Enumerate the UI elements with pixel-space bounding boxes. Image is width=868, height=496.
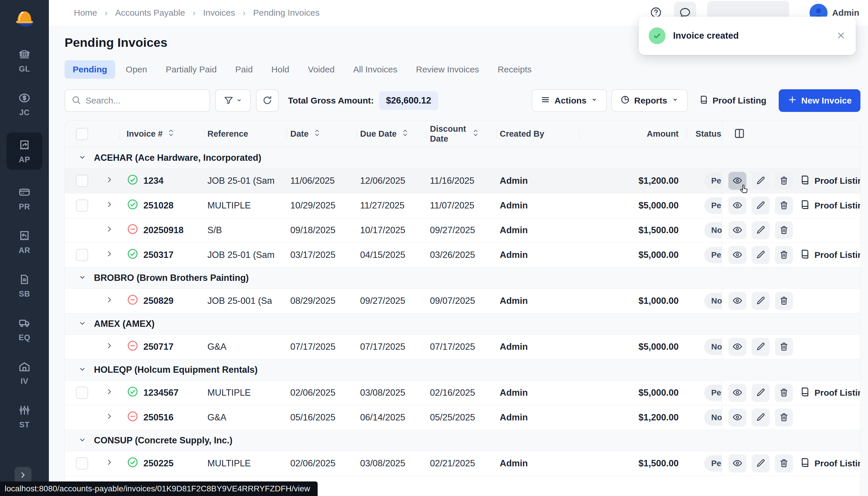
- app-logo-hard-hat-icon[interactable]: [12, 5, 37, 30]
- row-expand-button[interactable]: [105, 388, 113, 398]
- column-header-label[interactable]: Discount Date: [430, 124, 467, 144]
- select-all-checkbox[interactable]: [76, 128, 88, 140]
- delete-button[interactable]: [775, 408, 793, 427]
- edit-button[interactable]: [752, 338, 770, 356]
- view-button[interactable]: [728, 246, 746, 264]
- tab-open[interactable]: Open: [118, 60, 155, 79]
- user-name[interactable]: Admin: [832, 8, 859, 18]
- row-checkbox[interactable]: [76, 387, 88, 399]
- delete-button[interactable]: [775, 338, 793, 356]
- column-header-label[interactable]: Amount: [646, 129, 679, 139]
- column-header-label[interactable]: Status: [696, 129, 721, 139]
- column-header-label[interactable]: Due Date: [360, 129, 397, 139]
- breadcrumb-item[interactable]: Accounts Payable: [115, 8, 185, 18]
- row-expand-button[interactable]: [105, 296, 113, 306]
- tab-review-invoices[interactable]: Review Invoices: [408, 60, 487, 79]
- sidebar-item-pr[interactable]: PR: [6, 183, 43, 213]
- edit-button[interactable]: [752, 221, 770, 239]
- toast-close-button[interactable]: [836, 31, 846, 41]
- group-header-acehar[interactable]: ACEHAR (Ace Hardware, Incorporated): [65, 147, 860, 168]
- edit-button[interactable]: [752, 246, 770, 264]
- invoice-row-1234[interactable]: 1234JOB 25-01 (Sam11/06/202512/06/202511…: [65, 168, 860, 193]
- search-input[interactable]: [86, 96, 203, 106]
- sidebar-item-iv[interactable]: IV: [6, 358, 43, 388]
- view-button[interactable]: [728, 384, 746, 402]
- group-header-holeqp[interactable]: HOLEQP (Holcum Equipment Rentals): [65, 359, 860, 380]
- delete-button[interactable]: [775, 246, 793, 264]
- row-expand-button[interactable]: [105, 175, 113, 186]
- edit-button[interactable]: [752, 454, 770, 472]
- tab-receipts[interactable]: Receipts: [490, 60, 540, 79]
- breadcrumb-item[interactable]: Pending Invoices: [253, 8, 320, 18]
- view-button[interactable]: [728, 292, 746, 310]
- row-checkbox[interactable]: [76, 199, 88, 212]
- new-invoice-button[interactable]: New Invoice: [779, 89, 861, 112]
- tab-pending[interactable]: Pending: [64, 60, 115, 79]
- delete-button[interactable]: [775, 221, 793, 239]
- invoice-row-250225[interactable]: 250225MULTIPLE02/06/202503/08/202502/21/…: [65, 451, 860, 476]
- sort-icon[interactable]: [401, 128, 409, 140]
- row-expand-button[interactable]: [105, 225, 113, 235]
- actions-button[interactable]: Actions: [532, 89, 607, 112]
- tab-all-invoices[interactable]: All Invoices: [345, 60, 406, 79]
- invoice-row-1234567[interactable]: 1234567MULTIPLE02/06/202503/08/202502/16…: [65, 380, 860, 405]
- breadcrumb-item[interactable]: Invoices: [203, 8, 235, 18]
- edit-button[interactable]: [752, 172, 770, 190]
- view-button[interactable]: [728, 197, 746, 215]
- invoice-row-250516[interactable]: 250516G&A05/16/202506/14/202505/25/2025A…: [65, 405, 860, 430]
- invoice-row-20250918[interactable]: 20250918S/B09/18/202510/17/202509/27/202…: [65, 218, 860, 243]
- invoice-row-250829[interactable]: 250829JOB 25-001 (Sa08/29/202509/27/2025…: [65, 289, 860, 313]
- invoice-row-251028[interactable]: 251028MULTIPLE10/29/202511/27/202511/07/…: [65, 193, 860, 218]
- group-header-brobro[interactable]: BROBRO (Brown Brothers Painting): [65, 267, 860, 289]
- tab-hold[interactable]: Hold: [263, 60, 298, 79]
- view-button[interactable]: [728, 338, 746, 356]
- proof-listing-row-button[interactable]: Proof Listing: [800, 457, 861, 470]
- sidebar-item-jc[interactable]: JC: [6, 89, 43, 119]
- row-expand-button[interactable]: [105, 412, 113, 423]
- proof-listing-row-button[interactable]: Proof Listing: [800, 174, 861, 187]
- edit-button[interactable]: [752, 408, 770, 427]
- column-header-label[interactable]: Invoice #: [126, 129, 163, 139]
- group-header-consup[interactable]: CONSUP (Concrete Supply, Inc.): [65, 430, 860, 451]
- row-checkbox[interactable]: [76, 249, 88, 261]
- delete-button[interactable]: [775, 384, 793, 402]
- proof-listing-row-button[interactable]: Proof Listing: [800, 199, 861, 212]
- column-header-label[interactable]: Reference: [208, 129, 248, 139]
- row-checkbox[interactable]: [76, 457, 88, 469]
- column-settings-button[interactable]: [733, 127, 746, 141]
- proof-listing-row-button[interactable]: Proof Listing: [800, 249, 861, 262]
- edit-button[interactable]: [752, 384, 770, 402]
- invoice-row-250717[interactable]: 250717G&A07/17/202507/17/202507/17/2025A…: [65, 334, 860, 359]
- row-checkbox[interactable]: [76, 175, 88, 187]
- row-expand-button[interactable]: [105, 200, 113, 211]
- view-button[interactable]: [728, 408, 746, 427]
- proof-listing-toolbar-button[interactable]: Proof Listing: [690, 89, 775, 112]
- row-expand-button[interactable]: [105, 458, 113, 469]
- view-button[interactable]: [728, 221, 746, 239]
- proof-listing-row-button[interactable]: Proof Listing: [800, 386, 861, 400]
- sidebar-item-eq[interactable]: EQ: [6, 314, 43, 344]
- group-header-amex[interactable]: AMEX (AMEX): [65, 313, 860, 334]
- filter-button[interactable]: [215, 89, 251, 112]
- sidebar-item-ar[interactable]: AR: [6, 227, 43, 257]
- sort-icon[interactable]: [313, 128, 321, 140]
- column-header-label[interactable]: Date: [290, 129, 309, 139]
- delete-button[interactable]: [775, 172, 793, 190]
- sidebar-item-st[interactable]: ST: [6, 401, 43, 432]
- tab-paid[interactable]: Paid: [227, 60, 261, 79]
- invoice-row-250317[interactable]: 250317JOB 25-01 (Sam03/17/202504/15/2025…: [65, 243, 860, 267]
- sort-icon[interactable]: [167, 128, 175, 140]
- row-expand-button[interactable]: [105, 250, 113, 260]
- row-expand-button[interactable]: [105, 342, 113, 352]
- delete-button[interactable]: [775, 292, 793, 310]
- sidebar-item-gl[interactable]: GL: [6, 45, 43, 76]
- sidebar-item-sb[interactable]: SB: [6, 270, 43, 300]
- edit-button[interactable]: [752, 197, 770, 215]
- sort-icon[interactable]: [472, 128, 479, 140]
- view-button[interactable]: [728, 454, 746, 472]
- delete-button[interactable]: [775, 454, 793, 472]
- view-button[interactable]: [728, 172, 746, 190]
- reports-button[interactable]: Reports: [611, 89, 687, 112]
- tab-partially-paid[interactable]: Partially Paid: [158, 60, 225, 79]
- tab-voided[interactable]: Voided: [300, 60, 343, 79]
